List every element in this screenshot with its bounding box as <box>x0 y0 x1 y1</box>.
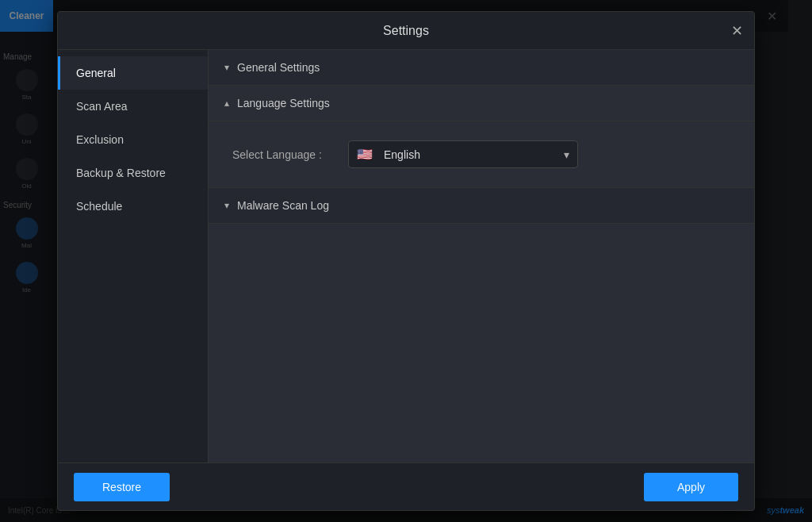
modal-backdrop: Settings ✕ General Scan Area Exclusion B… <box>0 0 812 522</box>
malware-scan-log-body <box>209 224 754 463</box>
language-settings-body: Select Language : 🇺🇸 English <box>209 121 754 188</box>
modal-footer: Restore Apply <box>58 463 754 510</box>
language-row: Select Language : 🇺🇸 English <box>232 140 730 168</box>
settings-content: ▾ General Settings ▴ Language Settings S… <box>209 50 754 463</box>
malware-chevron-icon: ▾ <box>224 200 229 211</box>
language-dropdown[interactable]: 🇺🇸 English <box>348 140 578 168</box>
settings-nav: General Scan Area Exclusion Backup & Res… <box>58 50 209 463</box>
general-settings-header[interactable]: ▾ General Settings <box>209 50 754 86</box>
nav-item-schedule[interactable]: Schedule <box>58 190 208 223</box>
restore-button[interactable]: Restore <box>74 473 170 501</box>
settings-modal: Settings ✕ General Scan Area Exclusion B… <box>57 11 755 511</box>
malware-scan-log-header[interactable]: ▾ Malware Scan Log <box>209 188 754 224</box>
modal-header: Settings ✕ <box>58 12 754 50</box>
general-chevron-icon: ▾ <box>224 62 229 73</box>
language-settings-label: Language Settings <box>237 97 330 109</box>
language-value: English <box>384 148 420 161</box>
modal-title: Settings <box>383 24 429 38</box>
malware-scan-log-label: Malware Scan Log <box>237 199 329 212</box>
language-body: Select Language : 🇺🇸 English <box>209 121 754 188</box>
language-flag: 🇺🇸 <box>357 147 373 162</box>
modal-close-button[interactable]: ✕ <box>731 24 743 38</box>
nav-item-scan-area[interactable]: Scan Area <box>58 90 208 123</box>
nav-item-exclusion[interactable]: Exclusion <box>58 123 208 156</box>
language-chevron-icon: ▴ <box>224 98 229 109</box>
nav-item-backup-restore[interactable]: Backup & Restore <box>58 156 208 190</box>
modal-body: General Scan Area Exclusion Backup & Res… <box>58 50 754 463</box>
apply-button[interactable]: Apply <box>644 473 738 501</box>
nav-item-general[interactable]: General <box>58 56 208 90</box>
language-settings-header[interactable]: ▴ Language Settings <box>209 86 754 121</box>
select-language-label: Select Language : <box>232 148 335 161</box>
general-settings-label: General Settings <box>237 61 320 74</box>
